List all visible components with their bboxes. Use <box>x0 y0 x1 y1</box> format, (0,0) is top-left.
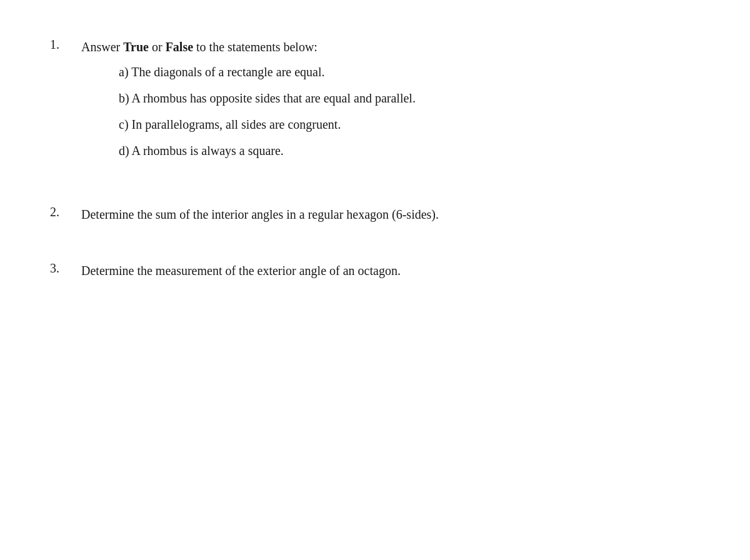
sub-question-a-text: The diagonals of a rectangle are equal. <box>129 65 325 79</box>
question-1-block: 1. Answer True or False to the statement… <box>50 38 700 168</box>
sub-question-d-text: A rhombus is always a square. <box>129 144 284 158</box>
sub-question-b-text: A rhombus has opposite sides that are eq… <box>129 91 416 105</box>
sub-question-c: c) In parallelograms, all sides are cong… <box>119 115 700 134</box>
question-3-content: Determine the measurement of the exterio… <box>81 261 700 280</box>
question-3-number: 3. <box>50 261 81 276</box>
sub-question-a-label: a) <box>119 65 129 79</box>
sub-question-b: b) A rhombus has opposite sides that are… <box>119 89 700 108</box>
question-3-row: 3. Determine the measurement of the exte… <box>50 261 700 280</box>
sub-question-b-label: b) <box>119 91 129 105</box>
question-3-block: 3. Determine the measurement of the exte… <box>50 261 700 280</box>
question-2-content: Determine the sum of the interior angles… <box>81 205 700 224</box>
question-1-content: Answer True or False to the statements b… <box>81 38 700 168</box>
sub-question-c-label: c) <box>119 118 129 131</box>
question-1-row: 1. Answer True or False to the statement… <box>50 38 700 168</box>
sub-questions-list: a) The diagonals of a rectangle are equa… <box>119 62 700 160</box>
sub-question-d-label: d) <box>119 144 129 158</box>
question-1-number: 1. <box>50 38 81 52</box>
question-2-number: 2. <box>50 205 81 219</box>
question-3-text: Determine the measurement of the exterio… <box>81 261 700 280</box>
question-1-or: or <box>149 40 166 54</box>
page: 1. Answer True or False to the statement… <box>0 0 750 560</box>
sub-question-c-text: In parallelograms, all sides are congrue… <box>129 118 341 131</box>
question-2-block: 2. Determine the sum of the interior ang… <box>50 205 700 224</box>
question-1-bold1: True <box>123 40 149 54</box>
sub-question-a: a) The diagonals of a rectangle are equa… <box>119 62 700 81</box>
question-1-intro: Answer <box>81 40 123 54</box>
question-1-bold2: False <box>166 40 193 54</box>
question-2-text: Determine the sum of the interior angles… <box>81 205 700 224</box>
question-1-end: to the statements below: <box>193 40 318 54</box>
question-2-row: 2. Determine the sum of the interior ang… <box>50 205 700 224</box>
sub-question-d: d) A rhombus is always a square. <box>119 141 700 160</box>
